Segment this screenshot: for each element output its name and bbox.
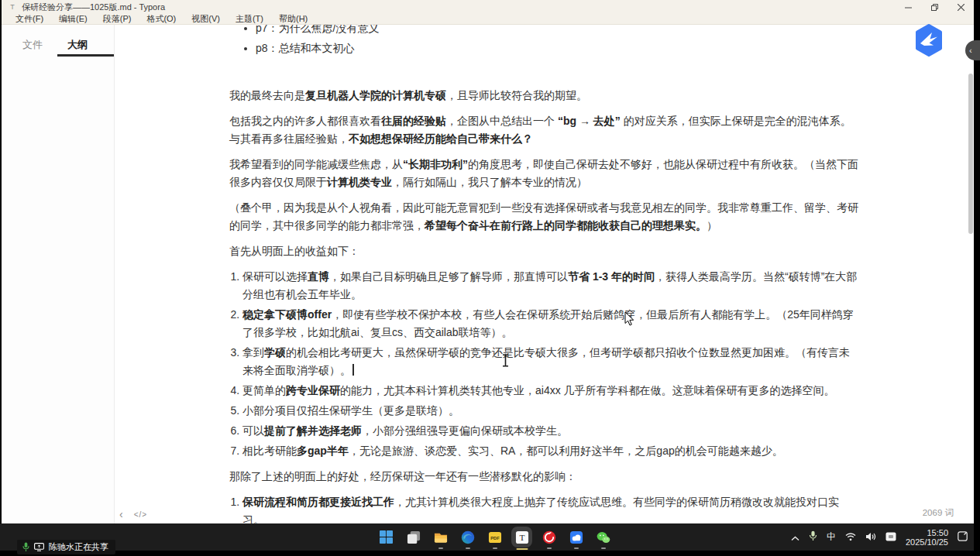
- window-controls: [895, 0, 974, 14]
- menu-item-3[interactable]: 格式(O): [139, 13, 184, 25]
- ime-indicator[interactable]: 中: [827, 530, 836, 544]
- text-run[interactable]: p8：总结和本文初心: [256, 42, 355, 54]
- baidu-netdisk-icon[interactable]: [569, 530, 583, 544]
- menu-item-1[interactable]: 编辑(E): [51, 13, 95, 25]
- list-item[interactable]: 小部分项目仅招生保研学生（更多是联培）。: [242, 402, 858, 420]
- bold-text-run[interactable]: “长期非功利”: [403, 158, 468, 170]
- bold-text-run[interactable]: 希望每个奋斗在前行路上的同学都能收获自己的理想果实。: [425, 219, 707, 232]
- list-item[interactable]: 可以提前了解并选择老师，小部分强组强导更偏向保研或本校学生。: [242, 422, 858, 440]
- text-run[interactable]: 更简单的: [242, 384, 286, 396]
- menu-item-0[interactable]: 文件(F): [8, 13, 51, 25]
- windows-start-icon[interactable]: [379, 530, 394, 544]
- text-run[interactable]: ，小部分强组强导更偏向保研或本校学生。: [362, 424, 568, 437]
- pdf-app-icon[interactable]: PDF: [487, 530, 502, 544]
- bold-text-run[interactable]: “bg → 去处”: [558, 115, 621, 127]
- text-run[interactable]: 拿到: [242, 346, 264, 359]
- paragraph[interactable]: 那除了上述的明面上的好处，经历保研这一年还有一些潜移默化的影响：: [229, 468, 858, 486]
- text-run[interactable]: 我的最终去向是: [229, 89, 305, 101]
- text-run[interactable]: 小部分项目仅招生保研学生（更多是联培）。: [242, 404, 459, 417]
- bold-text-run[interactable]: 稳定拿下硕博offer: [242, 308, 332, 321]
- paragraph[interactable]: （叠个甲，因为我是从个人视角看，因此可能无意冒犯到一些没有选择保研或者与我意见相…: [229, 199, 858, 235]
- text-run[interactable]: 我希望看到的同学能减缓些焦虑，从: [229, 158, 403, 170]
- bold-text-run[interactable]: 跨专业保研: [286, 384, 340, 396]
- text-run[interactable]: 可以: [242, 424, 264, 437]
- text-run[interactable]: 的机会相比考研更大，虽然保研学硕的竞争还是比专硕大很多，但考研学硕都只招收个位数…: [242, 346, 850, 376]
- text-run[interactable]: ，隔行如隔山，我只了解本专业的情况）: [392, 176, 587, 188]
- word-count: 2069 词: [923, 507, 954, 519]
- tab-files[interactable]: 文件: [22, 38, 43, 52]
- text-caret: [352, 364, 354, 376]
- menu-item-2[interactable]: 段落(P): [95, 13, 139, 25]
- list-item[interactable]: 拿到学硕的机会相比考研更大，虽然保研学硕的竞争还是比专硕大很多，但考研学硕都只招…: [242, 344, 858, 379]
- active-tab-underline: [57, 54, 114, 57]
- tray-app-icon[interactable]: [885, 530, 896, 544]
- file-explorer-icon[interactable]: [433, 530, 448, 544]
- bold-text-run[interactable]: 往届的经验贴: [381, 115, 446, 127]
- text-run[interactable]: 那除了上述的明面上的好处，经历保研这一年还有一些潜移默化的影响：: [229, 470, 576, 482]
- source-mode-icon[interactable]: </>: [134, 510, 147, 519]
- editor[interactable]: p7：为什么焦虑/没有意义p8：总结和本文初心我的最终去向是复旦机器人学院的计算…: [115, 25, 973, 523]
- menu-item-5[interactable]: 主题(T): [228, 13, 271, 25]
- typora-window: T 保研经验分享——1025版.md - Typora 文件(F)编辑(E)段落…: [2, 0, 974, 523]
- toast-microphone-icon: [22, 542, 29, 552]
- tab-outline[interactable]: 大纲: [67, 38, 88, 52]
- bold-text-run[interactable]: 多gap半年: [297, 444, 349, 457]
- close-button[interactable]: [947, 0, 974, 14]
- bold-text-run[interactable]: 学硕: [264, 346, 286, 359]
- speaker-icon[interactable]: [865, 530, 876, 544]
- menu-item-6[interactable]: 帮助(H): [271, 13, 315, 25]
- notification-center-icon[interactable]: [958, 530, 968, 544]
- paragraph[interactable]: 我的最终去向是复旦机器人学院的计算机专硕，且导师比较符合我的期望。: [229, 87, 858, 105]
- bold-text-run[interactable]: 不如想想保研经历能给自己带来什么？: [349, 132, 533, 145]
- tray-microphone-icon[interactable]: [809, 530, 817, 544]
- wechat-icon[interactable]: [596, 530, 610, 544]
- list-item[interactable]: 稳定拿下硕博offer，即使有些学校不保护本校，有些人会在保研系统开始后赌鸽穿，…: [242, 306, 858, 341]
- menu-item-4[interactable]: 视图(V): [184, 13, 228, 25]
- list-item[interactable]: 更简单的跨专业保研的能力，尤其本科计算机类转其他专业，ai4xx 几乎所有学科都…: [242, 382, 858, 400]
- scrollbar-thumb[interactable]: [968, 74, 973, 234]
- text-run[interactable]: ）: [707, 219, 717, 232]
- markdown-document[interactable]: p7：为什么焦虑/没有意义p8：总结和本文初心我的最终去向是复旦机器人学院的计算…: [229, 25, 858, 523]
- paragraph[interactable]: 包括我之内的许多人都很喜欢看往届的经验贴，企图从中总结出一个 “bg → 去处”…: [229, 112, 858, 148]
- netease-music-icon[interactable]: [542, 530, 556, 544]
- text-run[interactable]: 首先从明面上的收益如下：: [229, 245, 359, 257]
- list-item[interactable]: 相比考研能多gap半年，无论是旅游、谈恋爱、实习、RA，都可以利用好这半年，之后…: [242, 442, 858, 460]
- toast-screen-icon: [34, 543, 44, 551]
- bold-text-run[interactable]: 计算机类专业: [327, 176, 392, 188]
- text-run[interactable]: ，即使有些学校不保护本校，有些人会在保研系统开始后赌鸽穿，但最后所有人都能有学上…: [242, 308, 854, 338]
- text-run[interactable]: p7：为什么焦虑/没有意义: [256, 25, 379, 34]
- bold-text-run[interactable]: 节省 1-3 年的时间: [568, 270, 655, 283]
- taskbar: PDF T 中: [0, 523, 974, 551]
- wifi-icon[interactable]: [845, 530, 856, 544]
- bold-text-run[interactable]: 直博: [308, 270, 329, 283]
- minimize-button[interactable]: [895, 0, 921, 14]
- share-toast-text: 陈驰水正在共享: [49, 541, 108, 553]
- restore-button[interactable]: [921, 0, 947, 14]
- paragraph[interactable]: 首先从明面上的收益如下：: [229, 242, 858, 260]
- task-view-icon[interactable]: [406, 530, 421, 544]
- sidebar-toggle-icon[interactable]: ‹: [119, 509, 123, 520]
- text-run[interactable]: 包括我之内的许多人都很喜欢看: [229, 115, 381, 127]
- tray-chevron-up-icon[interactable]: [791, 530, 799, 544]
- meeting-app-logo[interactable]: [913, 24, 945, 57]
- text-run[interactable]: ，无论是旅游、谈恋爱、实习、RA，都可以利用好这半年，之后gap的机会可能越来越…: [349, 444, 783, 457]
- svg-text:T: T: [519, 533, 524, 542]
- bold-text-run[interactable]: 提前了解并选择老师: [264, 424, 362, 437]
- list-item[interactable]: 保研流程和简历都更接近找工作，尤其计算机类很大程度上抛弃了传统应试思维。有些同学…: [242, 493, 858, 523]
- text-run[interactable]: ，企图从中总结出一个: [446, 115, 558, 127]
- text-run[interactable]: ，且导师比较符合我的期望。: [446, 89, 587, 101]
- edge-browser-icon[interactable]: [460, 530, 475, 544]
- bold-text-run[interactable]: 复旦机器人学院的计算机专硕: [305, 89, 446, 101]
- list-item[interactable]: p8：总结和本文初心: [256, 39, 858, 57]
- text-run[interactable]: ，如果自己目标明确且足够了解导师，那直博可以: [329, 270, 568, 283]
- list-item[interactable]: p7：为什么焦虑/没有意义: [256, 25, 858, 37]
- collapsed-panel-handle[interactable]: ‹: [965, 40, 980, 60]
- paragraph[interactable]: 我希望看到的同学能减缓些焦虑，从“长期非功利”的角度思考，即使自己保研去处不够好…: [229, 156, 858, 191]
- clock[interactable]: 15:50 2025/10/25: [906, 528, 948, 547]
- text-run[interactable]: 相比考研能: [242, 444, 297, 457]
- list-item[interactable]: 保研可以选择直博，如果自己目标明确且足够了解导师，那直博可以节省 1-3 年的时…: [242, 268, 858, 304]
- text-run[interactable]: 的能力，尤其本科计算机类转其他专业，ai4xx 几乎所有学科都在做。这意味着保研…: [340, 384, 835, 396]
- text-run[interactable]: 保研可以选择: [242, 270, 308, 283]
- typora-icon[interactable]: T: [514, 530, 529, 544]
- bold-text-run[interactable]: 保研流程和简历都更接近找工作: [242, 496, 394, 508]
